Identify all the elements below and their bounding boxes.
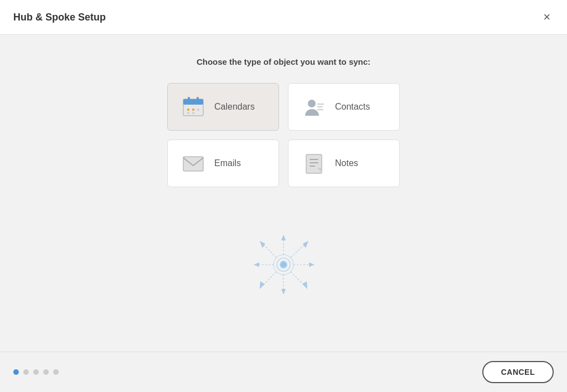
dot-2 bbox=[23, 369, 29, 375]
svg-rect-10 bbox=[317, 104, 324, 105]
svg-rect-17 bbox=[310, 166, 315, 167]
svg-rect-16 bbox=[310, 162, 318, 163]
emails-icon bbox=[181, 151, 205, 176]
svg-rect-13 bbox=[183, 157, 203, 171]
svg-point-4 bbox=[187, 109, 189, 111]
svg-marker-33 bbox=[281, 289, 286, 295]
svg-marker-37 bbox=[254, 262, 259, 267]
svg-point-5 bbox=[192, 109, 194, 111]
notes-icon bbox=[302, 151, 326, 176]
card-contacts[interactable]: Contacts bbox=[288, 83, 400, 131]
modal-container: Hub & Spoke Setup × Choose the type of o… bbox=[0, 0, 567, 392]
cancel-button[interactable]: CANCEL bbox=[482, 361, 554, 383]
dot-4 bbox=[43, 369, 49, 375]
svg-rect-1 bbox=[183, 99, 203, 105]
emails-label: Emails bbox=[214, 158, 241, 168]
modal-body: Choose the type of object you want to sy… bbox=[0, 35, 567, 352]
svg-line-26 bbox=[291, 244, 306, 257]
svg-rect-2 bbox=[188, 97, 190, 101]
modal-header: Hub & Spoke Setup × bbox=[0, 0, 567, 35]
svg-rect-12 bbox=[317, 109, 323, 110]
hub-spoke-diagram bbox=[234, 215, 333, 314]
card-notes[interactable]: Notes bbox=[288, 140, 400, 187]
close-button[interactable]: × bbox=[540, 10, 554, 24]
svg-marker-35 bbox=[260, 281, 265, 289]
svg-line-38 bbox=[262, 244, 276, 257]
calendars-icon bbox=[181, 95, 205, 119]
svg-point-7 bbox=[187, 112, 189, 114]
svg-marker-27 bbox=[303, 241, 308, 248]
svg-rect-11 bbox=[317, 106, 323, 107]
contacts-label: Contacts bbox=[335, 102, 370, 112]
svg-point-8 bbox=[192, 112, 194, 114]
calendars-label: Calendars bbox=[214, 102, 255, 112]
svg-point-23 bbox=[281, 262, 286, 267]
svg-marker-39 bbox=[260, 241, 265, 248]
instructions-text: Choose the type of object you want to sy… bbox=[197, 57, 370, 66]
dot-1 bbox=[13, 369, 19, 375]
svg-marker-25 bbox=[281, 235, 286, 240]
hub-spoke-svg bbox=[234, 215, 333, 314]
svg-rect-15 bbox=[310, 159, 318, 160]
pagination-dots bbox=[13, 369, 59, 375]
svg-marker-29 bbox=[309, 262, 315, 267]
card-calendars[interactable]: Calendars bbox=[167, 83, 279, 131]
card-emails[interactable]: Emails bbox=[167, 140, 279, 187]
notes-label: Notes bbox=[335, 158, 358, 168]
contacts-icon bbox=[302, 95, 326, 119]
svg-line-30 bbox=[291, 272, 305, 286]
modal-footer: CANCEL bbox=[0, 352, 567, 392]
dot-5 bbox=[53, 369, 59, 375]
svg-point-6 bbox=[197, 109, 199, 111]
svg-point-9 bbox=[308, 100, 316, 107]
dot-3 bbox=[33, 369, 39, 375]
modal-title: Hub & Spoke Setup bbox=[13, 12, 106, 23]
svg-line-34 bbox=[262, 272, 276, 286]
object-grid: Calendars Contacts Emails bbox=[167, 83, 400, 187]
svg-rect-3 bbox=[197, 97, 199, 101]
svg-marker-31 bbox=[302, 281, 307, 289]
